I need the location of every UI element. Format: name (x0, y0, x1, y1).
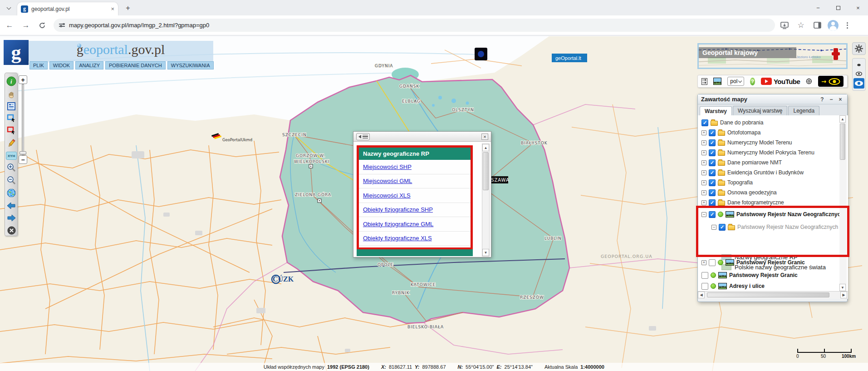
pan-hand-icon[interactable] (6, 89, 17, 100)
scroll-thumb[interactable] (840, 124, 845, 160)
link-row[interactable]: Miejscowości SHP (359, 160, 471, 174)
checkbox-unchecked[interactable] (709, 259, 716, 266)
expand-plus-icon[interactable]: + (701, 190, 706, 195)
window-grid-icon[interactable] (701, 78, 707, 85)
panel-titlebar[interactable]: Zawartość mapy ? − × (698, 94, 847, 104)
menu-widok[interactable]: WIDOK (49, 61, 74, 69)
scroll-down-icon[interactable]: ▼ (839, 284, 846, 291)
menu-wyszukiwania[interactable]: WYSZUKIWANIA (167, 61, 214, 69)
link-row[interactable]: Miejscowości GML (359, 174, 471, 189)
checkbox-checked[interactable]: ✓ (709, 159, 716, 166)
layer-label[interactable]: Topografia (727, 179, 753, 186)
expand-plus-icon[interactable]: + (701, 170, 706, 175)
zoom-out-button[interactable]: − (19, 155, 27, 164)
dialog-list-icon[interactable] (356, 133, 370, 140)
window-maximize-button[interactable] (828, 1, 848, 15)
layer-row[interactable]: +✓Ortofotomapa (701, 128, 760, 137)
checkbox-checked[interactable]: ✓ (701, 119, 708, 126)
link-row[interactable]: Obiekty fizjograficzne XLS (359, 232, 471, 246)
side-panel-icon[interactable] (810, 19, 824, 32)
layer-label[interactable]: Numeryczny Model Terenu (727, 139, 792, 146)
zoom-slider-handle[interactable] (20, 151, 26, 155)
scroll-up-icon[interactable]: ▲ (839, 115, 846, 123)
scroll-thumb[interactable] (483, 152, 489, 190)
expand-plus-icon[interactable]: + (701, 130, 706, 135)
menu-pobieranie-danych[interactable]: POBIERANIE DANYCH (105, 61, 166, 69)
link-obiekty-gml[interactable]: Obiekty fizjograficzne GML (363, 221, 433, 228)
scroll-right-icon[interactable]: ▶ (840, 292, 847, 298)
layer-label[interactable]: Ortofotomapa (727, 129, 760, 136)
wms-services-icon[interactable]: wms (713, 78, 722, 85)
link-miejscowosci-xls[interactable]: Miejscowości XLS (363, 192, 411, 199)
zoom-in-button[interactable]: + (19, 75, 27, 84)
dialog-close-icon[interactable]: × (481, 134, 488, 140)
layer-label[interactable]: Adresy i ulice (729, 283, 765, 289)
layer-row[interactable]: +✓Dane pomiarowe NMT (701, 158, 782, 167)
settings-gear-button[interactable] (852, 42, 866, 55)
link-miejscowosci-gml[interactable]: Miejscowości GML (363, 178, 412, 184)
layer-row[interactable]: +✓Osnowa geodezyjna (701, 188, 777, 197)
dialog-scrollbar[interactable]: ▲ ▼ (482, 143, 490, 257)
install-app-icon[interactable] (778, 19, 791, 32)
layer-row-adresy[interactable]: wmsAdresy i ulice (701, 282, 765, 291)
profile-avatar[interactable] (828, 20, 839, 31)
high-contrast-toggle[interactable]: → (818, 76, 843, 87)
scroll-left-icon[interactable]: ◀ (698, 292, 705, 298)
layer-label[interactable]: Osnowa geodezyjna (727, 189, 777, 196)
checkbox-checked[interactable]: ✓ (709, 129, 716, 136)
layer-label[interactable]: Ewidencja Gruntów i Budynków (727, 169, 804, 176)
expand-plus-icon[interactable]: + (701, 180, 706, 185)
attribute-form-icon[interactable] (6, 101, 17, 112)
layer-label[interactable]: Państwowy Rejestr Granic (729, 272, 798, 278)
layer-row-prg[interactable]: +wmsPaństwowy Rejestr Granic (701, 258, 805, 267)
back-icon[interactable]: ← (3, 19, 16, 32)
tree-scrollbar[interactable]: ▲ ▼ (839, 115, 847, 291)
panel-minimize-icon[interactable]: − (828, 96, 835, 103)
layer-row[interactable]: +✓Numeryczny Model Pokrycia Terenu (701, 148, 814, 157)
next-view-icon[interactable] (6, 213, 17, 223)
new-tab-button[interactable]: + (123, 4, 132, 13)
layer-row[interactable]: +✓Ewidencja Gruntów i Budynków (701, 168, 804, 177)
deselect-rectangle-icon[interactable] (6, 125, 17, 136)
accessibility-wheel-icon[interactable] (806, 76, 812, 86)
browser-menu-icon[interactable] (841, 20, 853, 31)
language-select[interactable]: pol (727, 77, 744, 86)
previous-view-icon[interactable] (6, 200, 17, 211)
window-minimize-button[interactable]: − (808, 1, 828, 15)
link-row[interactable]: Miejscowości XLS (359, 188, 471, 203)
tab-legenda[interactable]: Legenda (788, 106, 819, 115)
tab-close-icon[interactable]: × (111, 5, 114, 12)
select-rectangle-icon[interactable] (6, 113, 17, 124)
layer-label[interactable]: Dane fotogrametryczne (727, 199, 784, 206)
tab-wyszukaj-warstwe[interactable]: Wyszukaj warstwę (733, 106, 788, 115)
site-settings-icon[interactable] (59, 24, 65, 26)
zoom-slider-track[interactable] (22, 84, 24, 155)
zoom-in-tool-icon[interactable] (6, 162, 17, 173)
layer-row[interactable]: +✓Topografia (701, 178, 753, 187)
view-large-eye-icon-selected[interactable] (853, 78, 864, 89)
menu-plik[interactable]: PLIK (29, 61, 48, 69)
window-close-button[interactable]: × (848, 1, 868, 15)
view-small-eye-icon[interactable] (853, 60, 864, 69)
full-extent-globe-icon[interactable] (6, 188, 17, 198)
youtube-link[interactable]: YouTube (761, 78, 800, 85)
checkbox-unchecked[interactable] (701, 272, 708, 279)
layer-row-prg2[interactable]: wmsPaństwowy Rejestr Granic (701, 271, 798, 280)
checkbox-unchecked[interactable] (701, 283, 708, 290)
checkbox-checked[interactable]: ✓ (709, 139, 716, 146)
link-obiekty-shp[interactable]: Obiekty fizjograficzne SHP (363, 206, 433, 213)
checkbox-checked[interactable]: ✓ (709, 179, 716, 186)
tab-warstwy[interactable]: Warstwy (700, 106, 732, 116)
browser-tab[interactable]: g geoportal.gov.pl × (17, 2, 118, 15)
layer-label[interactable]: Numeryczny Model Pokrycia Terenu (727, 149, 814, 156)
cancel-tool-icon[interactable] (6, 225, 17, 236)
panel-close-icon[interactable]: × (837, 96, 844, 103)
identify-tool-icon[interactable]: i (6, 76, 17, 87)
link-row[interactable]: Obiekty fizjograficzne GML (359, 217, 471, 232)
expand-plus-icon[interactable]: + (701, 260, 706, 265)
link-row[interactable]: Obiekty fizjograficzne SHP (359, 203, 471, 218)
forward-icon[interactable]: → (19, 19, 33, 32)
view-medium-eye-icon[interactable] (853, 69, 864, 78)
expand-plus-icon[interactable]: + (701, 140, 706, 145)
expand-plus-icon[interactable]: + (701, 160, 706, 165)
